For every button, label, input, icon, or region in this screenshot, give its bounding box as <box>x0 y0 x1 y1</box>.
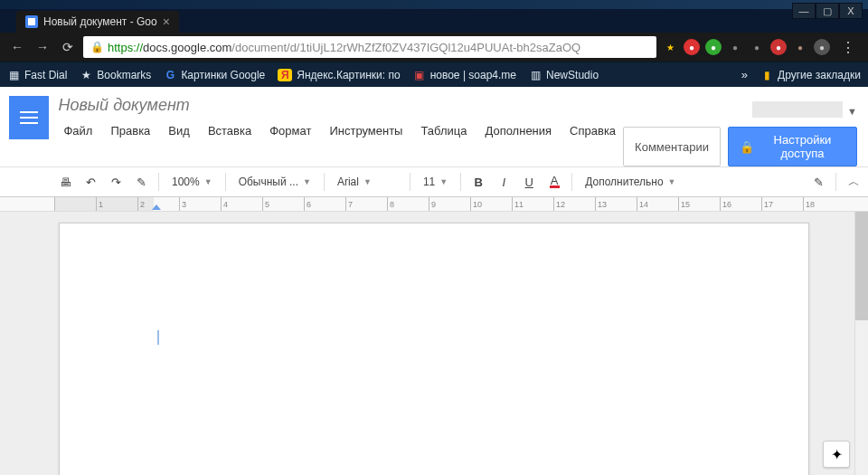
browser-tab[interactable]: Новый документ - Goo × <box>16 11 179 33</box>
bookmark-label: Яндекс.Картинки: по <box>297 69 400 81</box>
font-size-select[interactable]: 11▼ <box>417 171 454 193</box>
yandex-icon: Я <box>278 69 292 81</box>
ruler[interactable]: 1 2 3 4 5 6 7 8 9 10 11 12 13 14 15 16 1… <box>0 197 868 212</box>
bookmark-item[interactable]: ▣новое | soap4.me <box>413 69 516 81</box>
ruler-mark: 6 <box>304 197 345 212</box>
paragraph-style-select[interactable]: Обычный ...▼ <box>232 171 317 193</box>
extension-icon[interactable]: ● <box>705 39 722 55</box>
soap-icon: ▣ <box>413 69 426 81</box>
docs-favicon-icon <box>25 15 38 28</box>
ruler-mark: 8 <box>387 197 429 212</box>
ruler-mark: 12 <box>553 197 595 212</box>
grid-icon: ▦ <box>7 69 20 81</box>
user-menu-caret-icon[interactable]: ▼ <box>847 106 857 117</box>
document-title-input[interactable]: Новый документ <box>56 92 623 117</box>
bookmark-label: новое | soap4.me <box>430 69 516 81</box>
ruler-mark: 4 <box>221 197 262 212</box>
ruler-mark: 16 <box>720 197 761 212</box>
menu-edit[interactable]: Правка <box>103 120 157 141</box>
docs-logo-icon <box>20 117 38 119</box>
bookmark-item[interactable]: ★Bookmarks <box>80 69 151 81</box>
back-button[interactable]: ← <box>7 37 27 57</box>
zoom-value: 100% <box>172 176 200 188</box>
zoom-select[interactable]: 100%▼ <box>165 171 219 193</box>
bookmark-item[interactable]: ▦Fast Dial <box>7 69 67 81</box>
window-titlebar <box>0 0 868 9</box>
bold-button[interactable]: B <box>467 171 489 193</box>
reload-button[interactable]: ⟳ <box>58 37 78 57</box>
bookmark-item[interactable]: GКартинки Google <box>164 69 265 81</box>
document-page[interactable] <box>59 223 809 475</box>
paint-format-button[interactable]: ✎ <box>130 171 152 193</box>
explore-button[interactable]: ✦ <box>823 441 850 468</box>
menu-format[interactable]: Формат <box>262 120 318 141</box>
lock-icon: 🔒 <box>90 41 104 53</box>
menu-bar: Файл Правка Вид Вставка Формат Инструмен… <box>56 117 623 145</box>
user-name-placeholder <box>752 101 843 118</box>
style-value: Обычный ... <box>239 176 298 188</box>
font-select[interactable]: Arial▼ <box>331 171 403 193</box>
extension-icon[interactable]: ● <box>770 39 787 55</box>
menu-addons[interactable]: Дополнения <box>477 120 559 141</box>
address-bar[interactable]: 🔒 https://docs.google.com/document/d/1ti… <box>83 36 656 58</box>
bookmark-item[interactable]: ЯЯндекс.Картинки: по <box>278 69 400 81</box>
chevron-down-icon: ▼ <box>668 177 676 186</box>
docs-app: Новый документ Файл Правка Вид Вставка Ф… <box>0 87 868 475</box>
undo-button[interactable]: ↶ <box>80 171 101 193</box>
folder-icon: ▮ <box>760 69 773 81</box>
indent-marker-icon[interactable] <box>152 204 161 210</box>
comments-button[interactable]: Комментарии <box>623 127 721 166</box>
chevron-down-icon: ▼ <box>439 177 448 186</box>
menu-insert[interactable]: Вставка <box>201 120 259 141</box>
extension-icon[interactable]: ● <box>727 39 743 55</box>
redo-button[interactable]: ↷ <box>105 171 127 193</box>
star-bookmark-icon[interactable]: ★ <box>662 39 678 55</box>
scrollbar-thumb[interactable] <box>855 212 868 320</box>
browser-menu-button[interactable]: ⋮ <box>835 39 861 56</box>
menu-tools[interactable]: Инструменты <box>322 120 410 141</box>
bookmark-label: Другие закладки <box>778 69 861 81</box>
ruler-mark: 5 <box>262 197 304 212</box>
url-protocol: https:// <box>108 41 143 54</box>
bookmark-item[interactable]: ▥NewStudio <box>529 69 599 81</box>
text-cursor <box>157 330 159 345</box>
tab-close-icon[interactable]: × <box>163 14 170 29</box>
collapse-toolbar-button[interactable]: ︿ <box>843 171 864 193</box>
underline-button[interactable]: U <box>518 171 540 193</box>
ruler-mark: 3 <box>179 197 221 212</box>
ruler-scale: 1 2 3 4 5 6 7 8 9 10 11 12 13 14 15 16 1… <box>54 197 844 212</box>
docs-home-button[interactable] <box>9 96 49 139</box>
more-tools-button[interactable]: Дополнительно▼ <box>579 171 682 193</box>
other-bookmarks-button[interactable]: ▮Другие закладки <box>760 69 861 81</box>
font-value: Arial <box>337 176 359 188</box>
url-path: /document/d/1tiUjL12rWhZfZf0ZV437IGQl12u… <box>231 41 580 54</box>
share-button[interactable]: 🔒Настройки доступа <box>728 127 857 166</box>
editing-mode-button[interactable]: ✎ <box>807 171 829 193</box>
ruler-mark: 15 <box>678 197 720 212</box>
italic-button[interactable]: I <box>493 171 514 193</box>
extension-icon[interactable]: ● <box>684 39 700 55</box>
extension-icon[interactable]: ● <box>749 39 765 55</box>
menu-file[interactable]: Файл <box>56 120 99 141</box>
newstudio-icon: ▥ <box>529 69 542 81</box>
bookmarks-overflow-button[interactable]: » <box>741 68 748 81</box>
ruler-mark <box>54 197 96 212</box>
docs-header: Новый документ Файл Правка Вид Вставка Ф… <box>0 87 868 166</box>
bookmark-label: Fast Dial <box>24 69 67 81</box>
lock-icon: 🔒 <box>740 140 754 154</box>
forward-button[interactable]: → <box>33 37 52 57</box>
text-color-button[interactable]: A <box>543 171 565 193</box>
menu-table[interactable]: Таблица <box>413 120 474 141</box>
menu-view[interactable]: Вид <box>161 120 197 141</box>
extension-icon[interactable]: ● <box>814 39 830 55</box>
share-label: Настройки доступа <box>760 133 845 160</box>
chevron-down-icon: ▼ <box>303 177 311 186</box>
print-button[interactable]: 🖶 <box>54 171 76 193</box>
vertical-scrollbar[interactable] <box>854 212 868 475</box>
browser-tab-strip: Новый документ - Goo × <box>0 9 868 33</box>
google-icon: G <box>164 69 176 81</box>
ruler-mark: 1 <box>96 197 137 212</box>
star-icon: ★ <box>80 69 92 81</box>
extension-icon[interactable]: ● <box>792 39 808 55</box>
menu-help[interactable]: Справка <box>562 120 623 141</box>
